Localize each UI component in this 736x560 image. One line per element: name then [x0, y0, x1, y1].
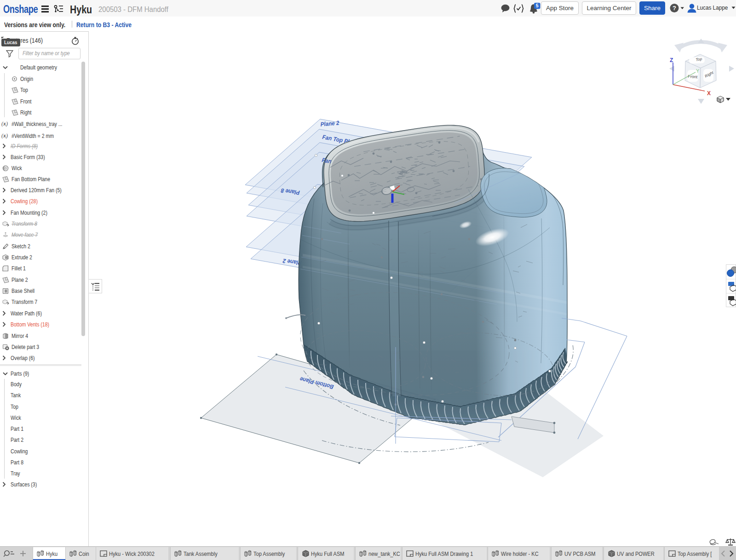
svg-text:Front: Front	[688, 74, 698, 79]
svg-text:?: ?	[673, 5, 676, 11]
svg-text:Z: Z	[670, 57, 673, 63]
svg-text:5: 5	[536, 3, 539, 8]
svg-text:X: X	[707, 90, 711, 97]
svg-text:Y: Y	[696, 68, 700, 74]
